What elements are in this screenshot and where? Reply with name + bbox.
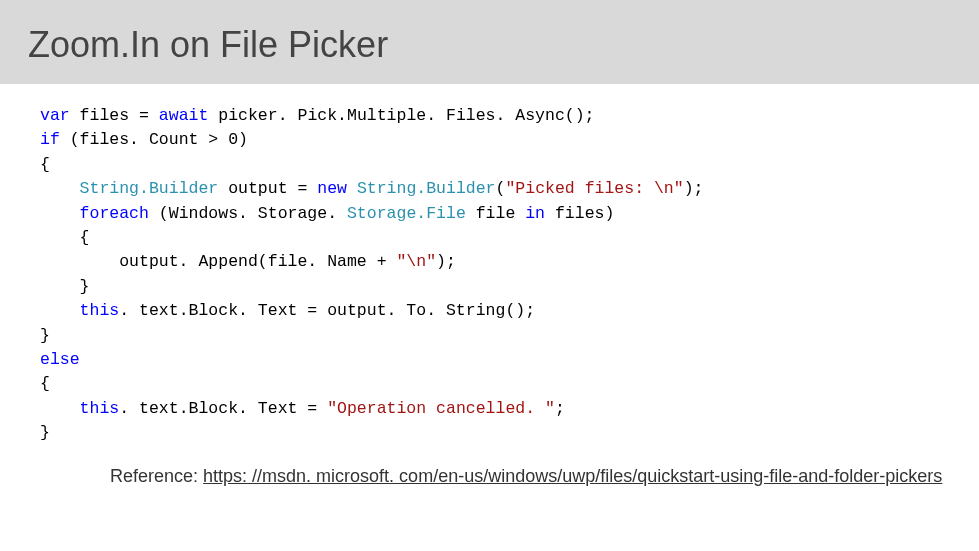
code-token: new [317, 179, 347, 198]
code-token: this [80, 301, 120, 320]
reference-label: Reference: [110, 466, 203, 486]
code-token: File [426, 204, 466, 223]
code-token: } [40, 423, 50, 442]
code-token: picker. Pick.Multiple. Files. Async(); [208, 106, 594, 125]
code-token: { [40, 155, 50, 174]
code-token: "Operation cancelled. " [327, 399, 555, 418]
code-token: String. [80, 179, 149, 198]
code-token: ); [684, 179, 704, 198]
code-token [40, 399, 80, 418]
code-token: foreach [80, 204, 149, 223]
code-token: { [40, 374, 50, 393]
code-token: (Windows. Storage. [149, 204, 347, 223]
reference-link[interactable]: https: //msdn. microsoft. com/en-us/wind… [203, 466, 942, 486]
code-token: } [40, 277, 90, 296]
code-token: String. [357, 179, 426, 198]
code-token: in [525, 204, 545, 223]
code-token [40, 179, 80, 198]
code-token: output = [218, 179, 317, 198]
code-token: file [466, 204, 525, 223]
slide-header: Zoom.In on File Picker [0, 0, 979, 84]
code-token [347, 179, 357, 198]
code-token: Storage. [347, 204, 426, 223]
code-token: "Picked files: \n" [505, 179, 683, 198]
code-token: await [159, 106, 209, 125]
code-token: ); [436, 252, 456, 271]
code-token: files = [70, 106, 159, 125]
code-token: . text.Block. Text = output. To. String(… [119, 301, 535, 320]
code-block: var files = await picker. Pick.Multiple.… [0, 84, 979, 456]
code-token: files) [545, 204, 614, 223]
code-token: ; [555, 399, 565, 418]
code-token [40, 204, 80, 223]
code-token: . text.Block. Text = [119, 399, 327, 418]
code-token: else [40, 350, 80, 369]
code-token: Builder [426, 179, 495, 198]
code-token [40, 301, 80, 320]
slide-title: Zoom.In on File Picker [28, 24, 951, 66]
code-token: var [40, 106, 70, 125]
code-token: } [40, 326, 50, 345]
code-token: Builder [149, 179, 218, 198]
code-token: "\n" [396, 252, 436, 271]
code-token: output. Append(file. Name + [40, 252, 396, 271]
code-token: { [40, 228, 90, 247]
code-token: ( [496, 179, 506, 198]
code-token: (files. Count > 0) [60, 130, 248, 149]
code-token: if [40, 130, 60, 149]
reference-line: Reference: https: //msdn. microsoft. com… [0, 456, 979, 487]
code-token: this [80, 399, 120, 418]
